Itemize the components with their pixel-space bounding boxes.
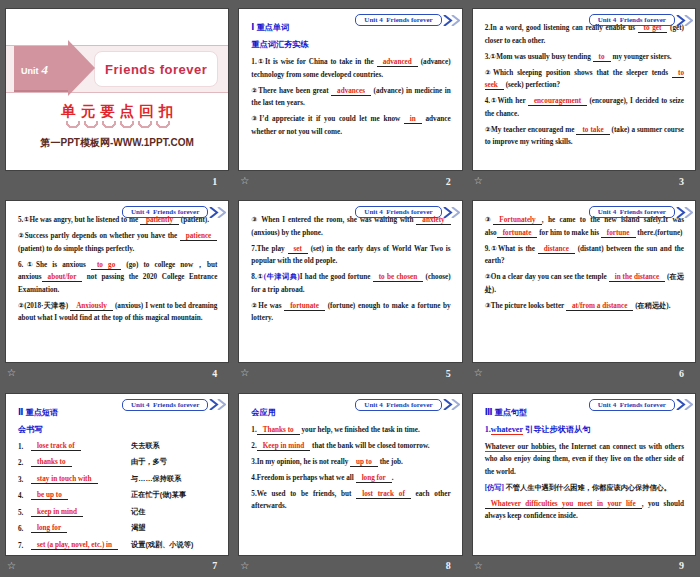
text-segment: 7.The play bbox=[251, 245, 287, 253]
double-chevron-icon bbox=[676, 15, 693, 26]
slide-thumbnail-8[interactable]: Unit 4 Friends forever 会应用 1.Thanks to y… bbox=[238, 393, 462, 556]
text-segment: 3.①Mom was usually busy tending bbox=[485, 53, 593, 61]
slide-subtitle: 单元要点回扣 bbox=[6, 102, 228, 121]
slide-content: 5.①He was angry, but he listened to me p… bbox=[6, 201, 228, 325]
section-subheading: 1.whatever 引导让步状语从句 bbox=[485, 424, 684, 435]
text-segment: 9.①What is the bbox=[485, 245, 538, 253]
slide-footer-strip: ☆ 6 bbox=[472, 363, 696, 383]
blank-answer: up to bbox=[350, 458, 378, 467]
slide-number: 7 bbox=[212, 560, 217, 571]
phrase-number: 6. bbox=[18, 525, 31, 533]
phrase-row: 5.keep in mind记住 bbox=[18, 507, 217, 517]
phrase-answer: keep in mind bbox=[31, 508, 83, 517]
slide-thumbnail-3[interactable]: Unit 4 Friends forever 2.In a word, good… bbox=[472, 8, 696, 171]
exercise-lines: Whatever our hobbies, the Internet can c… bbox=[485, 441, 684, 523]
blank-answer: to bbox=[593, 53, 611, 62]
slide-header-badge: Unit 4 Friends forever bbox=[122, 206, 226, 218]
blank-answer: patience bbox=[180, 232, 218, 241]
slide-thumbnail-1[interactable]: Friends forever Unit4 单元要点回扣 第一PPT模板网-WW… bbox=[5, 8, 229, 171]
text-segment: ②He was bbox=[251, 302, 284, 310]
exercise-lines: 1.Thanks to your help, we finished the t… bbox=[251, 424, 450, 513]
slide-cell-8: Unit 4 Friends forever 会应用 1.Thanks to y… bbox=[233, 385, 466, 577]
phrase-answer: stay in touch with bbox=[31, 475, 98, 484]
section-subheading: 会书写 bbox=[18, 424, 217, 435]
slide-cell-4: Unit 4 Friends forever 5.①He was angry, … bbox=[0, 192, 233, 384]
text-segment: 6.①She is anxious bbox=[18, 261, 91, 269]
blue-text: [仿写] bbox=[485, 484, 504, 492]
text-segment: I had the good fortune bbox=[300, 273, 373, 281]
text-line: [仿写] 不管人生中遇到什么困难，你都应该内心保持信心。 bbox=[485, 482, 684, 495]
blank-answer: Keep in mind bbox=[257, 442, 311, 451]
text-line: 6.①She is anxious to go (go) to college … bbox=[18, 259, 217, 297]
transition-star-icon: ☆ bbox=[474, 561, 483, 571]
slide-thumbnail-4[interactable]: Unit 4 Friends forever 5.①He was angry, … bbox=[5, 200, 229, 363]
text-line: 7.The play set (set) in the early days o… bbox=[251, 243, 450, 268]
text-segment: ②My teacher encouraged me bbox=[485, 126, 577, 134]
blue-text: (牛津词典) bbox=[264, 273, 300, 281]
phrase-answer: set (a play, novel, etc.) in bbox=[31, 541, 118, 550]
slide-thumbnail-2[interactable]: Unit 4 Friends forever Ⅰ 重点单词 重点词汇夯实练 1.… bbox=[238, 8, 462, 171]
blank-answer: Anxiously bbox=[70, 302, 113, 311]
slide-header-badge: Unit 4 Friends forever bbox=[589, 14, 693, 26]
double-chevron-icon bbox=[676, 399, 693, 410]
blank-answer: fortunate bbox=[497, 229, 538, 238]
double-chevron-icon bbox=[443, 207, 460, 218]
text-segment: 8.① bbox=[251, 273, 263, 281]
text-line: Whatever our hobbies, the Internet can c… bbox=[485, 441, 684, 479]
text-line: ②On a clear day you can see the temple i… bbox=[485, 271, 684, 296]
text-line: ②He was fortunate (fortune) enough to ma… bbox=[251, 300, 450, 325]
unit-title: Friends forever bbox=[105, 62, 207, 77]
slide-header-badge: Unit 4 Friends forever bbox=[355, 206, 459, 218]
exercise-lines: ③ When I entered the room, she was waiti… bbox=[251, 214, 450, 325]
section-subheading: 重点词汇夯实练 bbox=[251, 39, 450, 50]
slide-thumbnail-6[interactable]: Unit 4 Friends forever ③Fortunately, he … bbox=[472, 200, 696, 363]
phrase-row: 4.be up to正在忙于(做)某事 bbox=[18, 490, 217, 500]
unit-badge-label: Unit 4 Friends forever bbox=[589, 14, 675, 26]
text-segment: 4.①With her bbox=[485, 97, 528, 105]
slide-cell-7: Unit 4 Friends forever Ⅱ 重点短语 会书写 1.lose… bbox=[0, 385, 233, 577]
text-line: ②There have been great advances (advance… bbox=[251, 85, 450, 110]
slide-thumbnail-5[interactable]: Unit 4 Friends forever ③ When I entered … bbox=[238, 200, 462, 363]
text-segment: ②(2018·天津卷) bbox=[18, 302, 70, 310]
blank-answer: fortune bbox=[601, 229, 636, 238]
unit-badge-label: Unit 4 Friends forever bbox=[355, 14, 441, 26]
slide-content: Ⅲ 重点句型 1.whatever 引导让步状语从句 Whatever our … bbox=[473, 394, 695, 523]
text-line: 4.①With her encouragement (encourage), I… bbox=[485, 95, 684, 120]
phrase-number: 3. bbox=[18, 476, 31, 484]
blank-answer: fortunate bbox=[284, 302, 325, 311]
text-segment: ③The picture looks better bbox=[485, 302, 566, 310]
phrase-row: 3.stay in touch with与……保持联系 bbox=[18, 474, 217, 484]
double-chevron-icon bbox=[209, 399, 226, 410]
phrase-meaning: 设置(戏剧、小说等) bbox=[131, 540, 217, 550]
text-segment: 引导让步状语从句 bbox=[523, 425, 591, 434]
double-chevron-icon bbox=[676, 207, 693, 218]
text-line: ②Which sleeping position shows that the … bbox=[485, 67, 684, 92]
slide-cell-3: Unit 4 Friends forever 2.In a word, good… bbox=[467, 0, 700, 192]
title-box: Friends forever bbox=[94, 51, 218, 87]
slide-thumbnail-7[interactable]: Unit 4 Friends forever Ⅱ 重点短语 会书写 1.lose… bbox=[5, 393, 229, 556]
double-chevron-icon bbox=[209, 207, 226, 218]
slide-footer-strip: ☆ 9 bbox=[472, 556, 696, 576]
slide-thumbnail-9[interactable]: Unit 4 Friends forever Ⅲ 重点句型 1.whatever… bbox=[472, 393, 696, 556]
text-segment: the job. bbox=[378, 458, 403, 466]
blank-answer: advanced bbox=[377, 58, 418, 67]
text-line: ③I’d appreciate it if you could let me k… bbox=[251, 113, 450, 138]
text-segment: 不管人生中遇到什么困难，你都应该内心保持信心。 bbox=[504, 484, 671, 492]
slide-cell-2: Unit 4 Friends forever Ⅰ 重点单词 重点词汇夯实练 1.… bbox=[233, 0, 466, 192]
slide-number: 6 bbox=[679, 368, 684, 379]
text-segment: that the bank will be closed tomorrow. bbox=[310, 442, 429, 450]
phrase-meaning: 由于，多亏 bbox=[131, 457, 217, 467]
blank-answer: to take bbox=[576, 126, 609, 135]
blank-answer: about/for bbox=[42, 273, 83, 282]
text-line: Whatever difficulties you meet in your l… bbox=[485, 498, 684, 523]
slide-footer-strip: ☆ 7 bbox=[5, 556, 229, 576]
phrase-answer: be up to bbox=[31, 491, 68, 500]
blank-answer: in the distance bbox=[609, 273, 666, 282]
exercise-lines: 1.①It is wise for China to take in the a… bbox=[251, 56, 450, 138]
text-segment: . bbox=[392, 474, 394, 482]
text-segment: 2. bbox=[251, 442, 256, 450]
underlined-text: Whatever our hobbies, bbox=[485, 443, 557, 452]
phrase-answer: thanks to bbox=[31, 458, 72, 467]
slide-cell-1: Friends forever Unit4 单元要点回扣 第一PPT模板网-WW… bbox=[0, 0, 233, 192]
transition-star-icon: ☆ bbox=[474, 176, 483, 186]
